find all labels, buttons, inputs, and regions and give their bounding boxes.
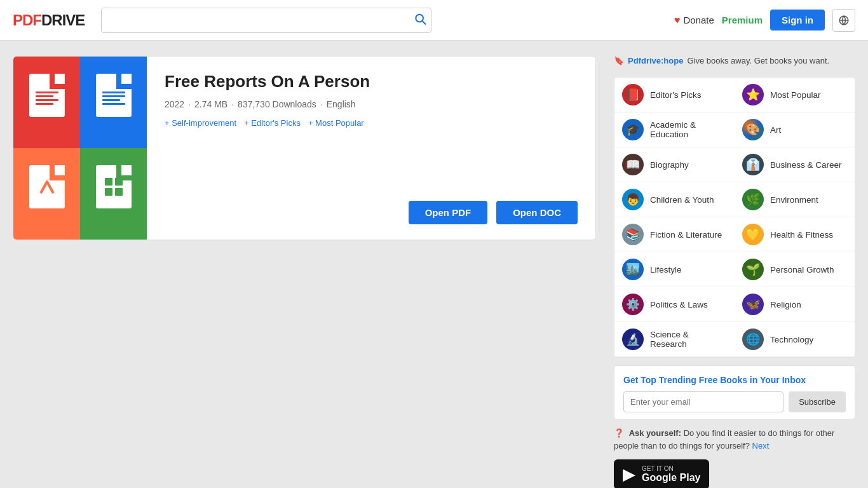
cat-biography[interactable]: 📖 Biography <box>614 147 735 182</box>
cat-personal-icon: 🌱 <box>742 259 764 280</box>
tag-most-popular[interactable]: + Most Popular <box>308 118 364 128</box>
email-input[interactable] <box>623 391 783 412</box>
svg-line-1 <box>423 21 426 24</box>
gplay-small-text: GET IT ON <box>642 465 700 472</box>
cat-popular-label: Most Popular <box>770 90 821 100</box>
cat-science-label: Science & Research <box>650 330 727 349</box>
cat-technology-label: Technology <box>770 335 813 344</box>
cat-health-icon: 💛 <box>742 224 764 245</box>
cat-fiction[interactable]: 📚 Fiction & Literature <box>614 217 735 252</box>
cat-religion-icon: 🦋 <box>742 294 764 315</box>
header-right: ♥ Donate Premium Sign in <box>674 9 855 32</box>
cat-religion[interactable]: 🦋 Religion <box>735 287 855 322</box>
cat-politics-label: Politics & Laws <box>650 300 708 309</box>
hope-icon: 🔖 <box>614 56 624 65</box>
cat-academic[interactable]: 🎓 Academic & Education <box>614 112 735 147</box>
cat-lifestyle-label: Lifestyle <box>650 265 682 274</box>
pdf-icon <box>29 74 65 117</box>
logo-pdf: PDF <box>13 11 41 29</box>
language-button[interactable] <box>832 9 855 32</box>
donate-button[interactable]: ♥ Donate <box>674 15 714 26</box>
cat-personal[interactable]: 🌱 Personal Growth <box>735 252 855 287</box>
svg-rect-5 <box>105 188 112 196</box>
cat-fiction-label: Fiction & Literature <box>650 230 722 240</box>
donate-label: Donate <box>683 15 714 25</box>
xls-label: XLS <box>105 212 122 222</box>
google-play-icon: ▶ <box>623 464 635 484</box>
cat-environment[interactable]: 🌿 Environment <box>735 182 855 217</box>
cat-business-icon: 👔 <box>742 154 764 175</box>
cat-fiction-icon: 📚 <box>622 224 644 245</box>
cat-art[interactable]: 🎨 Art <box>735 112 855 147</box>
cat-biography-label: Biography <box>650 160 689 170</box>
hope-link[interactable]: Pdfdrive:hope <box>628 56 683 65</box>
book-actions: Open PDF Open DOC <box>165 201 578 224</box>
cat-academic-label: Academic & Education <box>650 120 727 139</box>
book-language: English <box>327 99 356 109</box>
subscribe-button[interactable]: Subscribe <box>789 391 846 412</box>
logo-drive: DRIVE <box>41 11 85 29</box>
cat-editors-icon: 📕 <box>622 84 644 105</box>
book-card: PDF DOC <box>13 56 596 240</box>
open-doc-button[interactable]: Open DOC <box>496 201 578 224</box>
signin-button[interactable]: Sign in <box>770 10 825 30</box>
cat-health[interactable]: 💛 Health & Fitness <box>735 217 855 252</box>
book-info: Free Reports On A Person 2022 · 2.74 MB … <box>147 57 595 240</box>
cat-personal-label: Personal Growth <box>770 265 834 274</box>
search-input[interactable] <box>101 8 431 33</box>
book-section: PDF DOC <box>13 56 596 488</box>
cover-xls: XLS <box>80 148 147 240</box>
ppt-label: PPT <box>38 212 55 222</box>
heart-icon: ♥ <box>674 15 681 26</box>
pdf-label: PDF <box>38 121 56 131</box>
subscribe-row: Subscribe <box>623 391 846 412</box>
cat-environment-icon: 🌿 <box>742 189 764 210</box>
cat-editors-label: Editor's Picks <box>650 90 702 100</box>
hope-text: Give books away. Get books you want. <box>687 56 829 65</box>
cat-technology[interactable]: 🌐 Technology <box>735 322 855 357</box>
cat-children[interactable]: 👦 Children & Youth <box>614 182 735 217</box>
subscribe-title: Get Top Trending Free Books in Your Inbo… <box>623 375 846 385</box>
cat-politics-icon: ⚙️ <box>622 294 644 315</box>
svg-rect-6 <box>115 188 123 196</box>
book-cover: PDF DOC <box>13 57 147 240</box>
xls-icon <box>96 165 132 208</box>
cat-science[interactable]: 🔬 Science & Research <box>614 322 735 357</box>
google-play-button[interactable]: ▶ GET IT ON Google Play <box>614 459 709 488</box>
cat-politics[interactable]: ⚙️ Politics & Laws <box>614 287 735 322</box>
logo[interactable]: PDF DRIVE <box>13 11 85 29</box>
sidebar: 🔖 Pdfdrive:hope Give books away. Get boo… <box>614 56 855 488</box>
cat-business[interactable]: 👔 Business & Career <box>735 147 855 182</box>
svg-rect-4 <box>115 178 123 186</box>
cat-editors-picks[interactable]: 📕 Editor's Picks <box>614 78 735 112</box>
cat-popular-icon: ⭐ <box>742 84 764 105</box>
ask-next-link[interactable]: Next <box>752 441 770 451</box>
google-play-text: GET IT ON Google Play <box>642 465 700 484</box>
cover-ppt: PPT <box>13 148 80 240</box>
cat-religion-label: Religion <box>770 300 801 309</box>
cat-art-icon: 🎨 <box>742 119 764 140</box>
ask-section: ❓ Ask yourself: Do you find it easier to… <box>614 427 855 452</box>
header: PDF DRIVE ♥ Donate Premium Sign in <box>0 0 868 41</box>
book-tags: + Self-improvement + Editor's Picks + Mo… <box>165 118 578 128</box>
search-button[interactable] <box>414 12 426 28</box>
cat-children-icon: 👦 <box>622 189 644 210</box>
doc-icon <box>96 74 132 117</box>
gplay-big-text: Google Play <box>642 472 700 484</box>
cover-doc: DOC <box>80 57 147 148</box>
cat-business-label: Business & Career <box>770 160 842 170</box>
cat-art-label: Art <box>770 125 781 135</box>
cat-health-label: Health & Fitness <box>770 230 833 240</box>
cat-most-popular[interactable]: ⭐ Most Popular <box>735 78 855 112</box>
tag-editors-picks[interactable]: + Editor's Picks <box>244 118 301 128</box>
subscribe-section: Get Top Trending Free Books in Your Inbo… <box>614 365 855 419</box>
search-bar <box>101 8 431 33</box>
tag-self-improvement[interactable]: + Self-improvement <box>165 118 236 128</box>
book-meta: 2022 · 2.74 MB · 837,730 Downloads · Eng… <box>165 99 578 109</box>
cat-lifestyle[interactable]: 🏙️ Lifestyle <box>614 252 735 287</box>
cat-environment-label: Environment <box>770 195 818 205</box>
open-pdf-button[interactable]: Open PDF <box>409 201 488 224</box>
cat-science-icon: 🔬 <box>622 329 644 350</box>
cat-children-label: Children & Youth <box>650 195 714 205</box>
premium-button[interactable]: Premium <box>722 15 763 25</box>
